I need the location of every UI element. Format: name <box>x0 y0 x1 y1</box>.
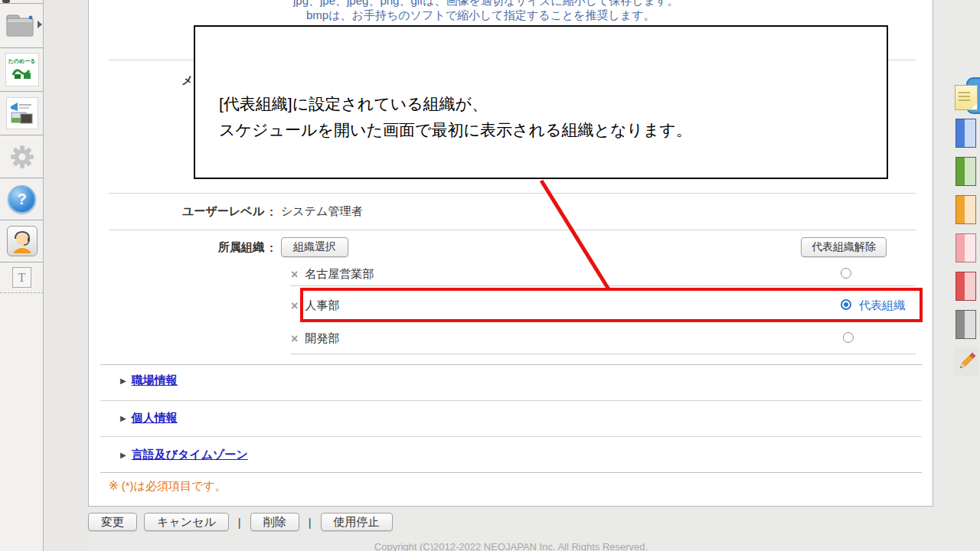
sidebar-expand-arrow-icon[interactable] <box>38 21 42 28</box>
support-operator-icon <box>7 226 38 256</box>
hidden-field-label-fragment: メ <box>181 73 193 88</box>
delete-button[interactable]: 削除 <box>250 513 299 531</box>
sidebar-item-tanomeru-banner[interactable]: たのめーる <box>0 48 44 92</box>
photo-banner-icon <box>6 97 38 129</box>
gear-icon <box>8 143 36 171</box>
remove-org-icon[interactable]: × <box>291 269 298 281</box>
user-level-row: ユーザーレベル : システム管理者 <box>107 204 362 219</box>
org-name: 名古屋営業部 <box>305 267 374 282</box>
submit-change-button[interactable]: 変更 <box>88 513 137 531</box>
org-select-button[interactable]: 組織選択 <box>281 237 348 257</box>
callout-text-line1: [代表組織]に設定されている組織が、 <box>219 91 692 117</box>
org-name: 開発部 <box>305 331 339 346</box>
sidebar-item-support[interactable] <box>0 220 44 262</box>
tanomeru-logo-text: たのめーる <box>8 58 36 64</box>
button-separator: | <box>309 516 312 529</box>
user-level-label: ユーザーレベル <box>107 204 264 219</box>
button-separator: | <box>238 516 241 529</box>
section-row-workplace: ▶ 職場情報 <box>120 373 178 388</box>
chevron-right-icon: ▶ <box>120 451 126 459</box>
tanomeru-logo-icon: たのめーる <box>5 53 39 86</box>
org-label: 所属組織 <box>107 240 264 255</box>
image-format-note-line1: jpg、jpe、jpeg、png、gifは、画像を適切なサイズに縮小して保存しま… <box>293 0 678 8</box>
help-glyph: ? <box>17 191 26 208</box>
org-colon: : <box>270 241 273 254</box>
divider <box>100 436 922 437</box>
sidebar-item-settings[interactable] <box>0 135 44 178</box>
user-level-value: システム管理者 <box>281 204 362 219</box>
pencil-icon <box>955 350 978 374</box>
user-level-colon: : <box>270 205 273 218</box>
color-label-pink[interactable] <box>956 233 976 262</box>
remove-org-icon[interactable]: × <box>291 333 298 345</box>
org-row-header: 所属組織 : 組織選択 <box>107 237 348 257</box>
color-label-gray[interactable] <box>956 310 976 339</box>
sidebar-item-help[interactable]: ? <box>0 178 44 220</box>
sidebar-item-photo-banner[interactable] <box>0 92 44 135</box>
section-row-personal: ▶ 個人情報 <box>120 411 178 425</box>
footer-action-bar: 変更 キャンセル | 削除 | 使用停止 <box>88 513 393 531</box>
org-list-row: × 名古屋営業部 <box>291 267 374 282</box>
chevron-right-icon: ▶ <box>120 414 126 422</box>
copyright-text: Copyright (C)2012-2022 NEOJAPAN Inc. All… <box>88 541 934 551</box>
annotation-highlight-rect <box>300 288 923 322</box>
annotation-callout-box: [代表組織]に設定されている組織が、 スケジュールを開いた画面で最初に表示される… <box>194 25 888 179</box>
sidebar-item-text-tool[interactable]: T <box>0 262 44 293</box>
suspend-button[interactable]: 使用停止 <box>321 513 393 531</box>
cancel-button[interactable]: キャンセル <box>144 513 229 531</box>
note-fold-corner <box>971 103 977 109</box>
color-label-red[interactable] <box>956 272 976 301</box>
divider <box>109 193 916 194</box>
sidebar-item-folder[interactable] <box>0 4 44 48</box>
chevron-right-icon: ▶ <box>120 377 126 385</box>
dotted-divider <box>291 285 915 286</box>
required-fields-note: ※ (*)は必須項目です。 <box>109 479 227 494</box>
color-label-green[interactable] <box>956 157 976 186</box>
edit-pencil-button[interactable] <box>954 347 978 377</box>
remove-org-icon[interactable]: × <box>291 300 298 312</box>
callout-text-line2: スケジュールを開いた画面で最初に表示される組織となります。 <box>219 117 692 143</box>
text-tool-label: T <box>18 271 26 285</box>
org-list-row: × 開発部 <box>291 331 339 346</box>
divider <box>100 472 922 473</box>
app-sidebar: たのめーる <box>0 0 44 551</box>
divider <box>109 230 916 230</box>
dotted-divider <box>291 354 915 354</box>
tanomeru-mascot-icon <box>11 64 34 81</box>
section-divider <box>100 364 922 365</box>
text-tool-icon: T <box>12 267 31 288</box>
representative-org-radio-unchecked[interactable] <box>843 332 854 343</box>
color-label-blue[interactable] <box>956 119 976 148</box>
section-link-personal-info[interactable]: 個人情報 <box>132 411 178 425</box>
folder-icon <box>5 13 39 39</box>
unset-representative-org-button[interactable]: 代表組織解除 <box>801 237 887 257</box>
image-format-note-line2: bmpは、お手持ちのソフトで縮小して指定することを推奨します。 <box>306 8 655 23</box>
section-link-language-timezone[interactable]: 言語及びタイムゾーン <box>132 448 248 462</box>
help-icon: ? <box>8 185 36 214</box>
section-row-language-timezone: ▶ 言語及びタイムゾーン <box>120 448 248 462</box>
representative-org-radio-unchecked[interactable] <box>841 268 851 279</box>
admin-user-edit-screen: たのめーる <box>0 0 980 551</box>
color-label-orange[interactable] <box>956 195 976 224</box>
page-gutter <box>44 0 88 551</box>
sticky-note-icon[interactable] <box>955 85 978 110</box>
section-link-workplace-info[interactable]: 職場情報 <box>132 373 178 388</box>
divider <box>100 400 922 401</box>
